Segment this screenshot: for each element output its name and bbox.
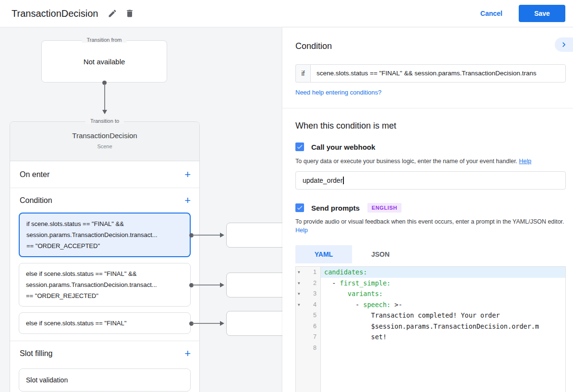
transition-target-box[interactable] [226, 311, 282, 336]
line-number: 1 [313, 269, 317, 275]
line-number: 7 [313, 333, 317, 340]
line-number: 2 [313, 280, 317, 286]
code-line: Transaction completed! Your order [321, 310, 565, 321]
panel-title: Condition [295, 27, 566, 51]
fold-arrow-icon[interactable]: ▾ [298, 291, 300, 296]
line-number: 8 [313, 344, 317, 351]
event-handler-input[interactable]: update_order [295, 171, 566, 190]
fold-arrow-icon[interactable]: ▾ [298, 302, 300, 307]
webhook-row: Call your webhook [295, 143, 566, 151]
slot-validation-item[interactable]: Slot validation [19, 368, 191, 392]
code-line [321, 343, 565, 354]
check-icon [296, 204, 303, 211]
scene-card-header: TransactionDecision Scene [10, 122, 199, 161]
code-line: - speech: >- [321, 299, 565, 310]
condition-section-label: Condition [20, 196, 52, 205]
condition-section: Condition + if scene.slots.status == "FI… [10, 188, 199, 341]
on-enter-label: On enter [20, 170, 49, 179]
scene-type: Scene [10, 143, 199, 149]
condition-item-line: session.params.TransactionDecision.trans… [26, 279, 183, 290]
webhook-help-link[interactable]: Help [519, 158, 532, 165]
transition-target-box[interactable] [226, 273, 282, 297]
transition-target-box[interactable] [226, 223, 282, 248]
prompts-help-link[interactable]: Help [295, 227, 308, 234]
page-title: TransactionDecision [12, 8, 98, 19]
line-number: 6 [313, 323, 317, 330]
trash-icon [125, 9, 134, 18]
pencil-icon [108, 9, 117, 18]
add-on-enter-button[interactable]: + [184, 169, 191, 180]
code-line: candidates: [321, 267, 565, 278]
send-prompts-checkbox[interactable] [295, 203, 304, 212]
fold-arrow-icon[interactable]: ▾ [298, 270, 300, 274]
app-header: TransactionDecision Cancel Save [0, 0, 573, 27]
save-button[interactable]: Save [519, 5, 565, 22]
when-met-title: When this condition is met [295, 121, 566, 131]
tab-json[interactable]: JSON [352, 245, 409, 263]
language-badge: ENGLISH [367, 203, 402, 213]
connector-arrowhead [220, 233, 224, 238]
webhook-description: To query data or execute your business l… [295, 157, 569, 166]
flow-canvas: Transition from Not available Transition… [0, 27, 282, 392]
connector-line [193, 285, 220, 285]
transition-to-legend: Transition to [85, 118, 124, 124]
prompts-description: To provide audio or visual feedback when… [295, 217, 569, 235]
gutter-row: 7 [296, 332, 320, 343]
on-enter-row: On enter + [10, 161, 199, 188]
condition-help-link[interactable]: Need help entering conditions? [295, 89, 381, 96]
condition-item-line: == "ORDER_REJECTED" [26, 290, 183, 301]
condition-item-line: else if scene.slots.status == "FINAL" [26, 318, 183, 329]
connector-line [193, 235, 220, 236]
gutter-row: 8 [296, 343, 320, 354]
connector-arrowhead [220, 321, 224, 326]
edit-button[interactable] [108, 9, 117, 18]
webhook-checkbox[interactable] [295, 143, 304, 151]
code-line: $session.params.TransactionDecision.orde… [321, 321, 565, 332]
send-prompts-label: Send prompts [311, 204, 360, 212]
line-number: 4 [313, 301, 317, 308]
webhook-label: Call your webhook [311, 143, 375, 151]
transition-from-value: Not available [42, 58, 167, 66]
condition-expression-input[interactable]: scene.slots.status == "FINAL" && session… [310, 64, 566, 83]
scene-name: TransactionDecision [10, 131, 199, 140]
transition-from-legend: Transition from [82, 37, 127, 43]
condition-item-line: session.params.TransactionDecision.trans… [26, 229, 183, 240]
fold-arrow-icon[interactable]: ▾ [298, 281, 300, 285]
tab-yaml[interactable]: YAML [295, 245, 352, 263]
panel-divider [282, 108, 573, 108]
slot-filling-section: Slot filling + Slot validation [10, 341, 199, 392]
condition-item[interactable]: if scene.slots.status == "FINAL" &&sessi… [19, 213, 191, 257]
code-line: variants: [321, 288, 565, 299]
add-condition-button[interactable]: + [184, 195, 191, 206]
condition-item-line: if scene.slots.status == "FINAL" && [26, 218, 183, 229]
condition-item-line: else if scene.slots.status == "FINAL" && [26, 268, 183, 279]
cancel-button[interactable]: Cancel [480, 10, 502, 17]
if-prefix: if [295, 64, 310, 83]
collapse-panel-button[interactable] [555, 37, 573, 52]
code-editor: ▾1▾2▾3▾45678 candidates: - first_simple:… [295, 266, 566, 392]
line-number: 5 [313, 312, 317, 319]
send-prompts-row: Send prompts ENGLISH [295, 203, 566, 213]
editor-gutter: ▾1▾2▾3▾45678 [296, 267, 321, 392]
scene-card: Transition to TransactionDecision Scene … [10, 121, 200, 392]
condition-panel: Condition if scene.slots.status == "FINA… [282, 27, 573, 392]
gutter-row: ▾4 [296, 299, 320, 310]
condition-expression-row: if scene.slots.status == "FINAL" && sess… [295, 64, 566, 83]
gutter-row: 5 [296, 310, 320, 321]
condition-item[interactable]: else if scene.slots.status == "FINAL" &&… [19, 263, 191, 307]
slot-validation-label: Slot validation [26, 376, 68, 384]
condition-item-line: == "ORDER_ACCEPTED" [26, 240, 183, 251]
gutter-row: ▾2 [296, 278, 320, 289]
prompt-editor-tabs: YAMLJSON [295, 245, 566, 263]
add-slot-button[interactable]: + [184, 348, 191, 359]
transition-from-box: Transition from Not available [41, 40, 167, 83]
condition-item[interactable]: else if scene.slots.status == "FINAL" [19, 312, 191, 334]
delete-button[interactable] [125, 9, 134, 18]
editor-code-area[interactable]: candidates: - first_simple: variants: - … [321, 267, 565, 392]
connector-arrowhead [220, 283, 224, 287]
chevron-right-icon [559, 40, 569, 49]
text-cursor [343, 177, 344, 184]
check-icon [296, 143, 303, 150]
line-number: 3 [313, 290, 317, 297]
code-line: - first_simple: [321, 278, 565, 289]
